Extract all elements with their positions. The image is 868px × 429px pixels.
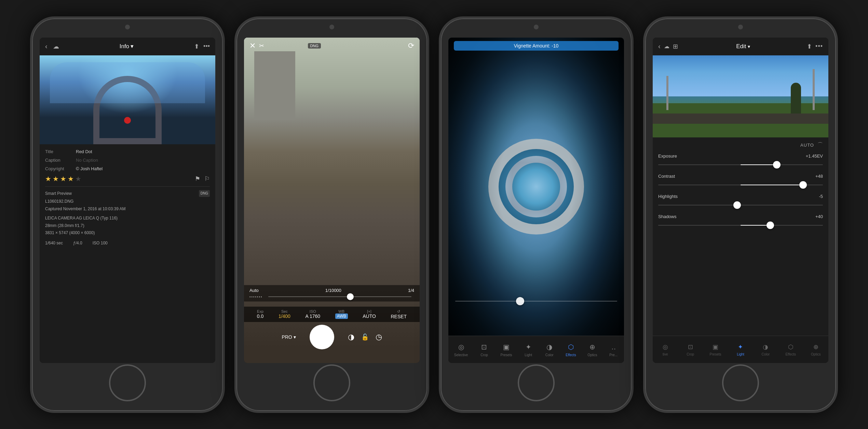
camera-flip-icon[interactable]: ⟳ xyxy=(408,41,414,50)
toolbar-effects[interactable]: ⬡ Effects xyxy=(782,341,800,358)
back-icon[interactable]: ‹ xyxy=(658,42,661,50)
toolbar-presets[interactable]: ▣ Presets xyxy=(499,341,514,358)
fraction-indicator: 1/4 xyxy=(408,288,414,293)
vignette-thumb[interactable] xyxy=(516,297,524,305)
contrast-slider[interactable] xyxy=(658,185,823,185)
timer-icon[interactable]: ◷ xyxy=(376,333,382,341)
shadows-row: Shadows +40 xyxy=(658,214,823,229)
exposure-value: +1.45EV xyxy=(806,153,823,159)
phone-4-screen: ‹ ☁ ⊞ Edit ▾ ⬆ ••• AUTO ⌒ xyxy=(653,38,828,363)
plus-param: [+] AUTO xyxy=(363,309,376,319)
moon-icon[interactable]: ◑ xyxy=(348,333,354,341)
shutter-button[interactable] xyxy=(310,325,334,349)
photo-thumbnail[interactable] xyxy=(40,55,215,144)
close-icon[interactable]: ✕ xyxy=(249,41,256,50)
toolbar-selective[interactable]: ◎ tive xyxy=(656,341,674,358)
frame-icon[interactable]: ⊞ xyxy=(673,43,678,50)
toolbar-effects[interactable]: ⬡ Effects xyxy=(564,341,578,358)
star-4[interactable]: ★ xyxy=(68,175,74,183)
smart-preview-row: Smart Preview DNG xyxy=(45,190,210,198)
more-toolbar-label: Pre... xyxy=(609,353,618,357)
star-1[interactable]: ★ xyxy=(45,175,51,183)
toolbar-presets[interactable]: ▣ Presets xyxy=(707,341,724,358)
info-label: Info xyxy=(120,43,129,50)
exposure-slider-container xyxy=(658,161,823,169)
toolbar-optics[interactable]: ⊕ Optics xyxy=(807,341,825,358)
cloud-icon[interactable]: ☁ xyxy=(664,43,669,50)
reset-value[interactable]: RESET xyxy=(391,314,407,319)
exp-value[interactable]: 0.0 xyxy=(257,313,263,319)
wb-value[interactable]: AWB xyxy=(335,313,348,319)
shadows-slider[interactable] xyxy=(658,225,823,226)
light-icon: ✦ xyxy=(736,343,745,351)
shadows-thumb[interactable] xyxy=(767,222,774,229)
star-5[interactable]: ★ xyxy=(75,175,81,183)
star-3[interactable]: ★ xyxy=(60,175,66,183)
red-dot-overlay xyxy=(124,117,131,124)
color-icon: ◑ xyxy=(545,342,554,352)
sky-layer xyxy=(653,55,828,96)
lock-icon[interactable]: 🔓 xyxy=(361,333,369,341)
more-toolbar-icon: ‥ xyxy=(609,342,618,352)
vignette-slider[interactable] xyxy=(455,301,617,301)
edit-label: Edit xyxy=(736,43,746,50)
toolbar-more[interactable]: ‥ Pre... xyxy=(607,341,620,358)
camera-viewfinder[interactable]: ✕ ✂ DNG ⟳ Auto 1/10000 1/4 ••••••• xyxy=(244,38,420,363)
highlights-slider[interactable] xyxy=(658,205,823,205)
p4-header: ‹ ☁ ⊞ Edit ▾ ⬆ ••• xyxy=(653,38,828,55)
highlights-row: Highlights -5 xyxy=(658,194,823,209)
toolbar-color[interactable]: ◑ Color xyxy=(757,341,774,358)
pro-button[interactable]: PRO ▾ xyxy=(282,334,296,340)
scissors-icon[interactable]: ✂ xyxy=(259,42,264,50)
star-2[interactable]: ★ xyxy=(53,175,59,183)
toolbar-selective[interactable]: ◎ Selective xyxy=(452,341,470,358)
highlights-slider-container xyxy=(658,201,823,209)
toolbar-color[interactable]: ◑ Color xyxy=(543,341,556,358)
toolbar-optics[interactable]: ⊕ Optics xyxy=(585,341,599,358)
sec-value[interactable]: 1/400 xyxy=(279,313,290,319)
plus-value[interactable]: AUTO xyxy=(363,313,376,319)
phone-3-screen: Vignette Amount: -10 ◎ Selective ⊡ Crop xyxy=(448,38,624,363)
highlights-thumb[interactable] xyxy=(733,201,741,209)
shutter-row: PRO ▾ ◑ 🔓 ◷ xyxy=(244,325,420,349)
photo-area[interactable]: Vignette Amount: -10 xyxy=(448,38,624,336)
copyright-row: Copyright © Josh Haftel xyxy=(45,166,210,171)
curve-icon[interactable]: ⌒ xyxy=(817,142,823,149)
iso-label: ISO xyxy=(306,309,321,313)
toolbar-light[interactable]: ✦ Light xyxy=(521,341,535,358)
toolbar-crop[interactable]: ⊡ Crop xyxy=(477,341,491,358)
exposure-thumb[interactable] xyxy=(773,161,781,169)
photo-preview[interactable] xyxy=(653,55,828,137)
auto-row: AUTO ⌒ xyxy=(658,142,823,149)
shutter-icons: ◑ 🔓 ◷ xyxy=(348,333,382,341)
toolbar-crop[interactable]: ⊡ Crop xyxy=(681,341,699,358)
exposure-slider[interactable] xyxy=(268,296,411,297)
cloud-icon[interactable]: ☁ xyxy=(53,43,59,50)
toolbar-light[interactable]: ✦ Light xyxy=(732,341,749,358)
exposure-thumb[interactable] xyxy=(347,293,354,300)
back-icon[interactable]: ‹ xyxy=(45,42,48,50)
iso-value[interactable]: A 1760 xyxy=(306,313,321,319)
share-icon[interactable]: ⬆ xyxy=(194,43,199,50)
effects-icon: ⬡ xyxy=(566,342,575,352)
star-rating[interactable]: ★ ★ ★ ★ ★ ⚑ ⚐ xyxy=(45,175,210,183)
flag2-icon[interactable]: ⚐ xyxy=(204,175,210,183)
title-label: Title xyxy=(45,149,76,154)
share-icon[interactable]: ⬆ xyxy=(807,43,812,50)
effects-icon: ⬡ xyxy=(786,343,795,351)
copyright-value: © Josh Haftel xyxy=(76,166,103,171)
flag-icon[interactable]: ⚑ xyxy=(195,175,200,183)
exposure-slider[interactable] xyxy=(658,164,823,165)
info-block: Smart Preview DNG L1060192.DNG Captured … xyxy=(45,190,210,247)
exposure-row: Exposure +1.45EV xyxy=(658,153,823,169)
contrast-thumb[interactable] xyxy=(799,181,807,189)
caption-value[interactable]: No Caption xyxy=(76,158,98,163)
caption-label: Caption xyxy=(45,158,76,163)
edit-menu[interactable]: Edit ▾ xyxy=(683,43,803,50)
presets-label: Presets xyxy=(710,352,721,356)
auto-button[interactable]: AUTO xyxy=(800,143,814,148)
more-icon[interactable]: ••• xyxy=(203,43,210,50)
info-menu[interactable]: Info ▾ xyxy=(63,43,190,50)
lens-info: 28mm (28.0mm f/1.7) xyxy=(45,222,210,230)
more-icon[interactable]: ••• xyxy=(815,43,823,50)
